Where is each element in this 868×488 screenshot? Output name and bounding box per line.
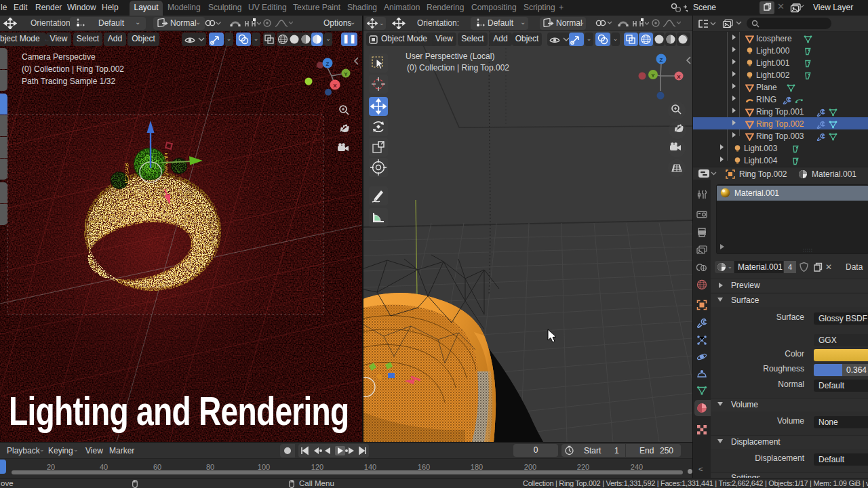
svg-text:Y: Y bbox=[344, 71, 348, 77]
svg-text:(0) Collection | Ring Top.002: (0) Collection | Ring Top.002 bbox=[407, 63, 509, 73]
svg-text:(0) Collection | Ring Top.002: (0) Collection | Ring Top.002 bbox=[22, 64, 124, 74]
svg-text:Z: Z bbox=[326, 61, 330, 67]
svg-text:X: X bbox=[677, 74, 681, 80]
svg-text:Z: Z bbox=[660, 57, 663, 63]
svg-text:Path Tracing Sample 1/32: Path Tracing Sample 1/32 bbox=[22, 77, 115, 86]
svg-text:Y: Y bbox=[651, 73, 655, 79]
svg-text:Camera Perspective: Camera Perspective bbox=[22, 52, 96, 62]
svg-text:User Perspective (Local): User Perspective (Local) bbox=[406, 52, 494, 61]
svg-text:X: X bbox=[333, 83, 337, 89]
